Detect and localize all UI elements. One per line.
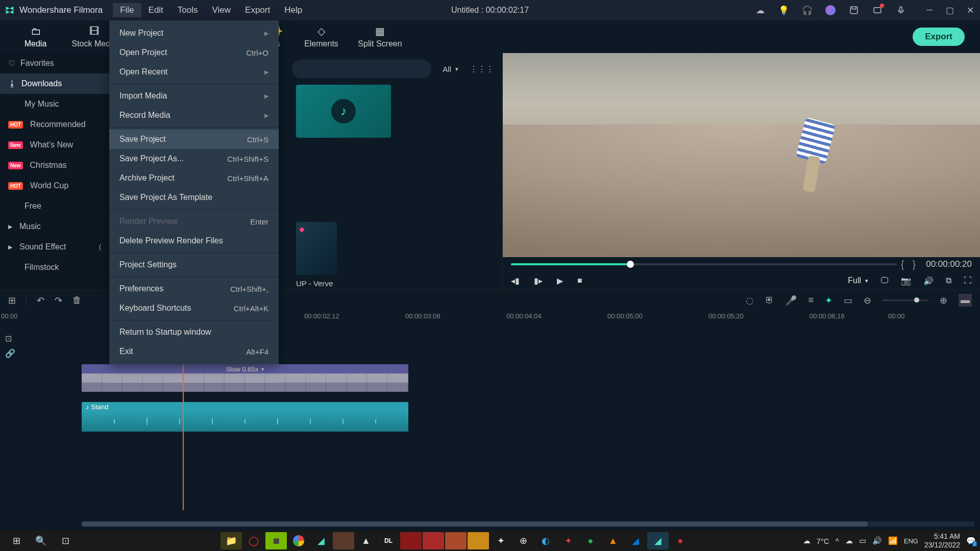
taskbar-app[interactable]: ⊕	[512, 532, 534, 549]
prev-frame-button[interactable]: ◂▮	[511, 276, 520, 286]
stop-button[interactable]: ■	[577, 276, 582, 285]
menu-save-project[interactable]: Save ProjectCtrl+S	[109, 130, 279, 149]
taskbar-app[interactable]: ◢	[310, 532, 332, 549]
tab-media[interactable]: 🗀Media	[6, 26, 65, 48]
menu-tools[interactable]: Tools	[170, 3, 205, 17]
save-icon[interactable]	[848, 5, 860, 16]
undo-button[interactable]: ↶	[37, 295, 44, 306]
close-button[interactable]: ✕	[965, 5, 976, 16]
menu-return-startup[interactable]: Return to Startup window	[109, 322, 279, 342]
mic-icon[interactable]	[895, 5, 906, 16]
weather-icon[interactable]: ☁	[803, 536, 811, 545]
cloud-icon[interactable]: ☁	[754, 5, 766, 16]
menu-help[interactable]: Help	[277, 3, 309, 17]
video-track[interactable]: ▶ 1 🔓 🔊 👁 Slow 0.65x▾	[82, 364, 980, 402]
play-button[interactable]: ▶	[557, 276, 563, 286]
video-clip[interactable]: Slow 0.65x▾	[82, 364, 408, 392]
sidebar-whats-new[interactable]: NewWhat's New	[0, 135, 109, 155]
taskbar-app[interactable]	[468, 532, 489, 549]
menu-file[interactable]: File	[113, 3, 141, 17]
clock[interactable]: 5:41 AM 23/12/2022	[924, 532, 960, 549]
taskbar-app[interactable]: ✦	[557, 532, 579, 549]
menu-import-media[interactable]: Import Media▶	[109, 86, 279, 106]
audio-clip[interactable]: ♪Stand	[82, 402, 408, 432]
color-icon[interactable]: ◌	[746, 295, 754, 306]
sidebar-world-cup[interactable]: HOTWorld Cup	[0, 176, 109, 196]
sidebar-filmstock[interactable]: Filmstock	[0, 257, 109, 278]
delete-button[interactable]: 🗑	[72, 295, 82, 306]
notifications-icon[interactable]: 💬2	[966, 536, 976, 545]
headset-icon[interactable]: 🎧	[801, 5, 813, 16]
search-input[interactable]	[292, 60, 431, 78]
crop-icon[interactable]: ▭	[844, 295, 852, 306]
taskbar-app[interactable]: ◢	[625, 532, 646, 549]
taskbar-app[interactable]: ◐	[535, 532, 556, 549]
taskbar-app[interactable]: ▲	[602, 532, 624, 549]
menu-save-project-as[interactable]: Save Project As...Ctrl+Shift+S	[109, 149, 279, 168]
task-view-button[interactable]: ⊡	[53, 531, 78, 551]
tab-elements[interactable]: ◇Elements	[292, 25, 351, 48]
wifi-icon[interactable]: 📶	[888, 536, 898, 545]
sidebar-downloads[interactable]: ⭳Downloads	[0, 73, 109, 94]
taskbar-app[interactable]	[333, 532, 354, 549]
taskbar-app[interactable]: 📁	[220, 532, 242, 549]
zoom-out-icon[interactable]: ⊖	[864, 295, 871, 306]
next-frame-button[interactable]: ▮▸	[534, 276, 543, 286]
marker-icon[interactable]: ✦	[825, 295, 832, 306]
maximize-button[interactable]: ▢	[944, 5, 955, 16]
sidebar-favorites[interactable]: ♡Favorites	[0, 53, 109, 73]
tab-split-screen[interactable]: ▦Split Screen	[351, 25, 409, 48]
taskbar-app[interactable]: ⬛	[265, 532, 287, 549]
sidebar-music[interactable]: ▶Music	[0, 216, 109, 237]
menu-preferences[interactable]: PreferencesCtrl+Shift+,	[109, 279, 279, 298]
zoom-slider[interactable]	[883, 299, 928, 301]
taskbar-app[interactable]	[288, 532, 309, 549]
media-clip[interactable]: ♪	[296, 85, 391, 142]
menu-delete-render-files[interactable]: Delete Preview Render Files	[109, 231, 279, 251]
menu-exit[interactable]: ExitAlt+F4	[109, 342, 279, 361]
mark-in-icon[interactable]: {	[901, 259, 904, 270]
taskbar-app[interactable]: ◢	[647, 532, 669, 549]
menu-new-project[interactable]: New Project▶	[109, 23, 279, 43]
zoom-in-icon[interactable]: ⊕	[940, 295, 947, 306]
shield-icon[interactable]: ⛨	[765, 295, 774, 306]
sidebar-my-music[interactable]: My Music	[0, 94, 109, 114]
sidebar-christmas[interactable]: NewChristmas	[0, 155, 109, 176]
menu-open-project[interactable]: Open ProjectCtrl+O	[109, 43, 279, 62]
filter-dropdown[interactable]: All▾	[437, 65, 463, 73]
menu-open-recent[interactable]: Open Recent▶	[109, 62, 279, 82]
taskbar-app[interactable]: ●	[580, 532, 601, 549]
tray-expand-icon[interactable]: ^	[836, 537, 839, 545]
preview-video[interactable]	[503, 53, 980, 257]
zoom-fit-icon[interactable]: ▬	[959, 294, 972, 307]
audio-mixer-icon[interactable]: ≡	[808, 295, 814, 306]
taskbar-app[interactable]: ▲	[355, 532, 377, 549]
menu-record-media[interactable]: Record Media▶	[109, 106, 279, 125]
taskbar-app[interactable]	[445, 532, 467, 549]
voiceover-icon[interactable]: 🎤	[786, 295, 797, 306]
minimize-button[interactable]: ─	[924, 5, 935, 16]
export-button[interactable]: Export	[913, 28, 965, 46]
detach-icon[interactable]: ⧉	[946, 276, 951, 285]
menu-export[interactable]: Export	[238, 3, 277, 17]
language-icon[interactable]: ENG	[904, 537, 918, 545]
media-clip[interactable]: ◆ UP - Verve	[296, 222, 337, 288]
start-button[interactable]: ⊞	[4, 531, 29, 551]
layout-icon[interactable]: ⊞	[8, 295, 16, 306]
snapshot-icon[interactable]: 📷	[901, 276, 911, 286]
menu-edit[interactable]: Edit	[141, 3, 170, 17]
audio-track[interactable]: ♪ 1 🔓 🔊 ♪Stand	[82, 402, 980, 440]
volume-icon[interactable]: 🔊	[923, 276, 934, 286]
menu-project-settings[interactable]: Project Settings	[109, 255, 279, 274]
fullscreen-icon[interactable]: ⛶	[964, 276, 972, 285]
quality-dropdown[interactable]: Full▾	[848, 276, 868, 285]
preview-scrubber[interactable]	[511, 263, 897, 265]
search-button[interactable]: 🔍	[29, 531, 53, 551]
message-icon[interactable]	[872, 5, 883, 16]
taskbar-app[interactable]: ◯	[243, 532, 264, 549]
volume-icon[interactable]: 🔊	[872, 536, 882, 545]
bulb-icon[interactable]: 💡	[778, 5, 789, 16]
onedrive-icon[interactable]: ☁	[845, 536, 853, 545]
avatar-icon[interactable]	[825, 5, 836, 16]
menu-view[interactable]: View	[205, 3, 238, 17]
